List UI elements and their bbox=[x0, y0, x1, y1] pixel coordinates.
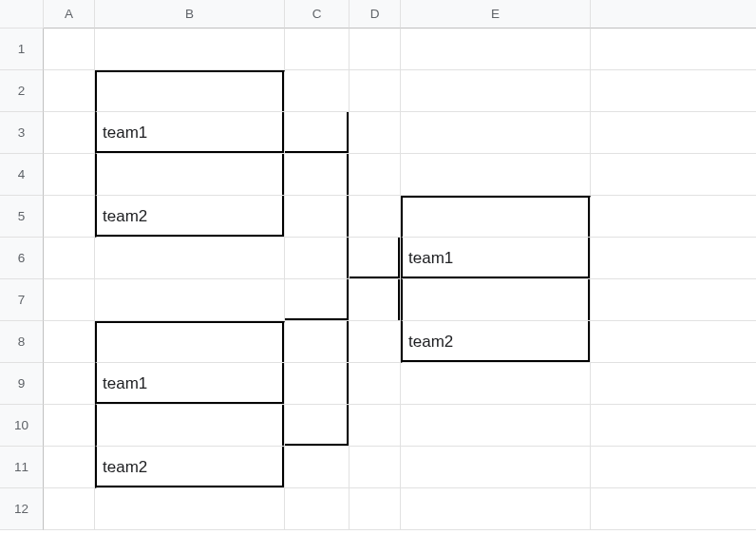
cell-A9[interactable] bbox=[44, 363, 95, 405]
cell-C11[interactable] bbox=[285, 447, 350, 488]
row-header-6[interactable]: 6 bbox=[0, 238, 44, 279]
cell-E4[interactable] bbox=[401, 154, 591, 196]
row-header-3[interactable]: 3 bbox=[0, 112, 44, 154]
cell-B4[interactable] bbox=[95, 154, 285, 196]
cell-B1[interactable] bbox=[95, 29, 285, 70]
cell-F10[interactable] bbox=[591, 405, 756, 447]
cell-C2[interactable] bbox=[285, 70, 350, 112]
cell-F11[interactable] bbox=[591, 447, 756, 488]
cell-A2[interactable] bbox=[44, 70, 95, 112]
cell-D4[interactable] bbox=[350, 154, 401, 196]
cell-E8[interactable]: team2 bbox=[401, 321, 591, 363]
cell-F7[interactable] bbox=[591, 279, 756, 321]
cell-E6[interactable]: team1 bbox=[401, 238, 591, 279]
cell-A1[interactable] bbox=[44, 29, 95, 70]
cell-C1[interactable] bbox=[285, 29, 350, 70]
cell-D5[interactable] bbox=[350, 196, 401, 238]
cell-F5[interactable] bbox=[591, 196, 756, 238]
cell-C8[interactable] bbox=[285, 321, 350, 363]
cell-A4[interactable] bbox=[44, 154, 95, 196]
cell-B9[interactable]: team1 bbox=[95, 363, 285, 405]
cell-D12[interactable] bbox=[350, 488, 401, 530]
cell-C12[interactable] bbox=[285, 488, 350, 530]
cell-C9[interactable] bbox=[285, 363, 350, 405]
cell-B5[interactable]: team2 bbox=[95, 196, 285, 238]
match1-bottom-label: team2 bbox=[103, 207, 147, 226]
cell-B7[interactable] bbox=[95, 279, 285, 321]
cell-A5[interactable] bbox=[44, 196, 95, 238]
col-header-A[interactable]: A bbox=[44, 0, 95, 29]
col-header-D[interactable]: D bbox=[350, 0, 401, 29]
cell-B2[interactable] bbox=[95, 70, 285, 112]
final-bottom-label: team2 bbox=[408, 333, 453, 352]
cell-B11[interactable]: team2 bbox=[95, 447, 285, 488]
cell-C6[interactable] bbox=[285, 238, 350, 279]
cell-C4[interactable] bbox=[285, 154, 350, 196]
cell-A12[interactable] bbox=[44, 488, 95, 530]
match2-bottom-label: team2 bbox=[103, 458, 147, 477]
cell-C3[interactable] bbox=[285, 112, 350, 154]
cell-E3[interactable] bbox=[401, 112, 591, 154]
cell-B3[interactable]: team1 bbox=[95, 112, 285, 154]
cell-A3[interactable] bbox=[44, 112, 95, 154]
cell-D9[interactable] bbox=[350, 363, 401, 405]
cell-A7[interactable] bbox=[44, 279, 95, 321]
cell-A11[interactable] bbox=[44, 447, 95, 488]
cell-F8[interactable] bbox=[591, 321, 756, 363]
cell-E7[interactable] bbox=[401, 279, 591, 321]
cell-B12[interactable] bbox=[95, 488, 285, 530]
cell-D2[interactable] bbox=[350, 70, 401, 112]
cell-D11[interactable] bbox=[350, 447, 401, 488]
match1-top-label: team1 bbox=[103, 124, 147, 143]
cell-A8[interactable] bbox=[44, 321, 95, 363]
cell-C5[interactable] bbox=[285, 196, 350, 238]
cell-D10[interactable] bbox=[350, 405, 401, 447]
cell-F1[interactable] bbox=[591, 29, 756, 70]
col-header-E[interactable]: E bbox=[401, 0, 591, 29]
cell-D7[interactable] bbox=[350, 279, 401, 321]
cell-D1[interactable] bbox=[350, 29, 401, 70]
spreadsheet-grid[interactable]: A B C D E 1 2 3 team1 4 5 team2 6 bbox=[0, 0, 756, 530]
cell-D8[interactable] bbox=[350, 321, 401, 363]
cell-F4[interactable] bbox=[591, 154, 756, 196]
cell-E5[interactable] bbox=[401, 196, 591, 238]
col-header-C[interactable]: C bbox=[285, 0, 350, 29]
cell-E10[interactable] bbox=[401, 405, 591, 447]
cell-E12[interactable] bbox=[401, 488, 591, 530]
col-header-B[interactable]: B bbox=[95, 0, 285, 29]
cell-C7[interactable] bbox=[285, 279, 350, 321]
cell-A10[interactable] bbox=[44, 405, 95, 447]
cell-E11[interactable] bbox=[401, 447, 591, 488]
cell-F2[interactable] bbox=[591, 70, 756, 112]
cell-B10[interactable] bbox=[95, 405, 285, 447]
cell-E1[interactable] bbox=[401, 29, 591, 70]
row-header-12[interactable]: 12 bbox=[0, 488, 44, 530]
select-all-corner[interactable] bbox=[0, 0, 44, 29]
match2-top-label: team1 bbox=[103, 374, 147, 393]
cell-B6[interactable] bbox=[95, 238, 285, 279]
row-header-7[interactable]: 7 bbox=[0, 279, 44, 321]
row-header-9[interactable]: 9 bbox=[0, 363, 44, 405]
cell-E2[interactable] bbox=[401, 70, 591, 112]
row-header-5[interactable]: 5 bbox=[0, 196, 44, 238]
cell-B8[interactable] bbox=[95, 321, 285, 363]
col-header-spill[interactable] bbox=[591, 0, 756, 29]
row-header-2[interactable]: 2 bbox=[0, 70, 44, 112]
row-header-10[interactable]: 10 bbox=[0, 405, 44, 447]
cell-D6[interactable] bbox=[350, 238, 401, 279]
cell-F6[interactable] bbox=[591, 238, 756, 279]
cell-F3[interactable] bbox=[591, 112, 756, 154]
row-header-8[interactable]: 8 bbox=[0, 321, 44, 363]
cell-F9[interactable] bbox=[591, 363, 756, 405]
cell-E9[interactable] bbox=[401, 363, 591, 405]
cell-D3[interactable] bbox=[350, 112, 401, 154]
cell-A6[interactable] bbox=[44, 238, 95, 279]
cell-F12[interactable] bbox=[591, 488, 756, 530]
cell-C10[interactable] bbox=[285, 405, 350, 447]
row-header-11[interactable]: 11 bbox=[0, 447, 44, 488]
final-top-label: team1 bbox=[408, 249, 453, 268]
row-header-4[interactable]: 4 bbox=[0, 154, 44, 196]
row-header-1[interactable]: 1 bbox=[0, 29, 44, 70]
